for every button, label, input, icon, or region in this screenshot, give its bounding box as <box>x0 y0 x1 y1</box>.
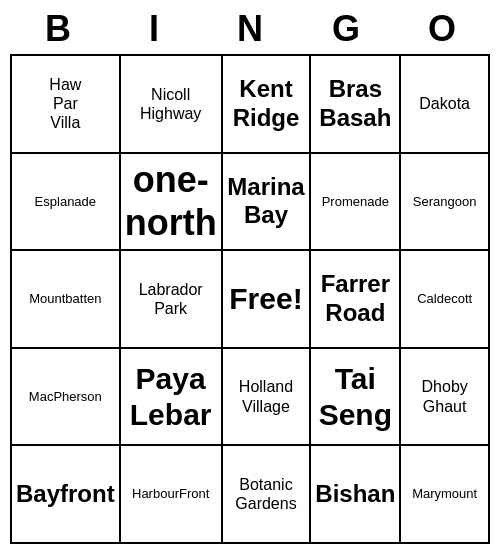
cell-r3-c3: TaiSeng <box>311 349 401 447</box>
cell-text: TaiSeng <box>319 361 392 433</box>
cell-text: HawParVilla <box>49 75 81 133</box>
cell-r2-c1: LabradorPark <box>121 251 223 349</box>
bingo-grid: HawParVillaNicollHighwayKentRidgeBrasBas… <box>10 54 490 544</box>
cell-text: HarbourFront <box>132 486 209 502</box>
cell-text: KentRidge <box>233 75 300 133</box>
bingo-letter: O <box>398 8 486 50</box>
cell-r2-c0: Mountbatten <box>12 251 121 349</box>
cell-r2-c2: Free! <box>223 251 312 349</box>
cell-r0-c0: HawParVilla <box>12 56 121 154</box>
cell-r4-c0: Bayfront <box>12 446 121 544</box>
cell-r0-c1: NicollHighway <box>121 56 223 154</box>
cell-text: Serangoon <box>413 194 477 210</box>
bingo-letter: B <box>14 8 102 50</box>
cell-text: Dakota <box>419 94 470 113</box>
cell-r2-c4: Caldecott <box>401 251 490 349</box>
cell-r1-c4: Serangoon <box>401 154 490 252</box>
cell-text: PayaLebar <box>130 361 212 433</box>
cell-r4-c4: Marymount <box>401 446 490 544</box>
cell-r3-c2: HollandVillage <box>223 349 312 447</box>
cell-text: BrasBasah <box>319 75 391 133</box>
bingo-letter: G <box>302 8 390 50</box>
cell-text: MacPherson <box>29 389 102 405</box>
cell-r2-c3: FarrerRoad <box>311 251 401 349</box>
cell-r3-c1: PayaLebar <box>121 349 223 447</box>
cell-r0-c2: KentRidge <box>223 56 312 154</box>
cell-text: Marymount <box>412 486 477 502</box>
cell-r4-c3: Bishan <box>311 446 401 544</box>
cell-text: Bishan <box>315 480 395 509</box>
cell-r3-c4: DhobyGhaut <box>401 349 490 447</box>
cell-text: BotanicGardens <box>235 475 296 513</box>
cell-text: Promenade <box>322 194 389 210</box>
cell-text: MarinaBay <box>227 173 304 231</box>
bingo-letter: I <box>110 8 198 50</box>
cell-text: FarrerRoad <box>321 270 390 328</box>
bingo-header: BINGO <box>10 0 490 54</box>
cell-r1-c1: one-north <box>121 154 223 252</box>
cell-text: Esplanade <box>35 194 96 210</box>
cell-r1-c2: MarinaBay <box>223 154 312 252</box>
cell-r0-c4: Dakota <box>401 56 490 154</box>
cell-r3-c0: MacPherson <box>12 349 121 447</box>
cell-r0-c3: BrasBasah <box>311 56 401 154</box>
cell-text: Caldecott <box>417 291 472 307</box>
cell-text: NicollHighway <box>140 85 201 123</box>
cell-r1-c3: Promenade <box>311 154 401 252</box>
cell-r4-c2: BotanicGardens <box>223 446 312 544</box>
cell-text: LabradorPark <box>139 280 203 318</box>
cell-text: Bayfront <box>16 480 115 509</box>
cell-text: DhobyGhaut <box>422 377 468 415</box>
cell-text: Mountbatten <box>29 291 101 307</box>
bingo-letter: N <box>206 8 294 50</box>
cell-text: HollandVillage <box>239 377 293 415</box>
cell-r1-c0: Esplanade <box>12 154 121 252</box>
cell-r4-c1: HarbourFront <box>121 446 223 544</box>
cell-text: Free! <box>229 281 302 317</box>
cell-text: one-north <box>125 158 217 244</box>
